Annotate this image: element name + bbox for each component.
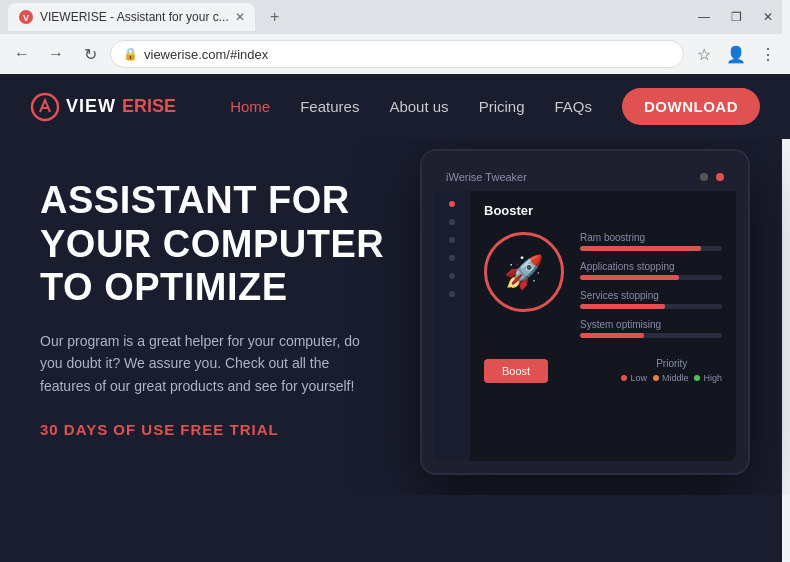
app-close-dot — [716, 173, 724, 181]
legend-dot-low — [621, 375, 627, 381]
progress-label-2: Applications stopping — [580, 261, 722, 272]
new-tab-button[interactable]: + — [261, 3, 289, 31]
app-sidebar — [434, 191, 470, 461]
app-minimize-dot — [700, 173, 708, 181]
progress-bar-bg-3 — [580, 304, 722, 309]
progress-label-3: Services stopping — [580, 290, 722, 301]
app-body: Booster 🚀 Ram boostring — [434, 191, 736, 461]
hero-title: ASSISTANT FOR YOUR COMPUTER TO OPTIMIZE — [40, 179, 400, 310]
legend-label-high: High — [703, 373, 722, 383]
nav-pricing[interactable]: Pricing — [479, 98, 525, 115]
browser-tab[interactable]: V VIEWERISE - Assistant for your c... ✕ — [8, 3, 255, 31]
site-navigation: VIEWERISE Home Features About us Pricing… — [0, 74, 790, 139]
download-button[interactable]: DOWNLOAD — [622, 88, 760, 125]
sidebar-dot-6 — [449, 291, 455, 297]
url-text: viewerise.com/#index — [144, 47, 268, 62]
window-controls: — ❐ ✕ — [690, 7, 782, 27]
website-content: VIEWERISE Home Features About us Pricing… — [0, 74, 790, 562]
sidebar-dot-3 — [449, 237, 455, 243]
app-titlebar: iWerise Tweaker — [434, 163, 736, 191]
toolbar-actions: ☆ 👤 ⋮ — [690, 40, 782, 68]
progress-label-4: System optimising — [580, 319, 722, 330]
logo-icon — [30, 92, 60, 122]
logo-erise: ERISE — [122, 96, 176, 117]
app-section-heading: Booster — [484, 203, 722, 218]
progress-bar-fill-3 — [580, 304, 665, 309]
progress-item-2: Applications stopping — [580, 261, 722, 280]
close-button[interactable]: ✕ — [754, 7, 782, 27]
legend-dot-mid — [653, 375, 659, 381]
hero-section: G ASSISTANT FOR YOUR COMPUTER TO OPTIMIZ… — [0, 139, 790, 495]
sidebar-dot-2 — [449, 219, 455, 225]
nav-links: Home Features About us Pricing FAQs DOWN… — [230, 88, 760, 125]
browser-toolbar: ← → ↻ 🔒 viewerise.com/#index ☆ 👤 ⋮ — [0, 34, 790, 74]
app-main-area: Booster 🚀 Ram boostring — [470, 191, 736, 461]
nav-about[interactable]: About us — [389, 98, 448, 115]
legend-dot-high — [694, 375, 700, 381]
sidebar-dot-4 — [449, 255, 455, 261]
legend-high: High — [694, 373, 722, 383]
progress-bar-bg-2 — [580, 275, 722, 280]
progress-bar-bg-1 — [580, 246, 722, 251]
legend-label-low: Low — [630, 373, 647, 383]
bookmark-icon[interactable]: ☆ — [690, 40, 718, 68]
progress-bar-fill-4 — [580, 333, 644, 338]
browser-title-bar: V VIEWERISE - Assistant for your c... ✕ … — [0, 0, 790, 34]
progress-item-3: Services stopping — [580, 290, 722, 309]
favicon-icon: V — [18, 9, 34, 25]
lock-icon: 🔒 — [123, 47, 138, 61]
app-center-content: 🚀 Ram boostring — [484, 232, 722, 338]
svg-text:V: V — [23, 13, 29, 23]
hero-trial: 30 DAYS OF USE FREE TRIAL — [40, 421, 400, 438]
tab-title: VIEWERISE - Assistant for your c... — [40, 10, 229, 24]
account-icon[interactable]: 👤 — [722, 40, 750, 68]
nav-features[interactable]: Features — [300, 98, 359, 115]
legend-mid: Middle — [653, 373, 689, 383]
hero-content: ASSISTANT FOR YOUR COMPUTER TO OPTIMIZE … — [40, 169, 400, 438]
progress-label-1: Ram boostring — [580, 232, 722, 243]
site-logo[interactable]: VIEWERISE — [30, 92, 176, 122]
boost-area: Boost Priority Low — [484, 358, 722, 383]
menu-icon[interactable]: ⋮ — [754, 40, 782, 68]
sidebar-dot-5 — [449, 273, 455, 279]
forward-button[interactable]: → — [42, 40, 70, 68]
progress-item-4: System optimising — [580, 319, 722, 338]
restore-button[interactable]: ❐ — [722, 7, 750, 27]
boost-button[interactable]: Boost — [484, 359, 548, 383]
tablet-screen: iWerise Tweaker — [434, 163, 736, 461]
rocket-icon: 🚀 — [504, 253, 544, 291]
legend-low: Low — [621, 373, 647, 383]
progress-bar-bg-4 — [580, 333, 722, 338]
legend-items: Low Middle High — [621, 373, 722, 383]
sidebar-dot-1 — [449, 201, 455, 207]
address-bar[interactable]: 🔒 viewerise.com/#index — [110, 40, 684, 68]
logo-view: VIEW — [66, 96, 116, 117]
progress-bar-fill-1 — [580, 246, 701, 251]
nav-home[interactable]: Home — [230, 98, 270, 115]
priority-legend-container: Priority Low Middle — [621, 358, 722, 383]
app-title: iWerise Tweaker — [446, 171, 527, 183]
legend-label-mid: Middle — [662, 373, 689, 383]
back-button[interactable]: ← — [8, 40, 36, 68]
priority-title: Priority — [621, 358, 722, 369]
nav-faqs[interactable]: FAQs — [554, 98, 592, 115]
minimize-button[interactable]: — — [690, 7, 718, 27]
refresh-button[interactable]: ↻ — [76, 40, 104, 68]
tab-close-button[interactable]: ✕ — [235, 10, 245, 24]
app-window-controls — [700, 173, 724, 181]
progress-list: Ram boostring Applications stopping — [580, 232, 722, 338]
progress-bar-fill-2 — [580, 275, 679, 280]
tablet-device: iWerise Tweaker — [420, 149, 750, 475]
hero-description: Our program is a great helper for your c… — [40, 330, 360, 397]
progress-item-1: Ram boostring — [580, 232, 722, 251]
rocket-circle: 🚀 — [484, 232, 564, 312]
app-mockup: iWerise Tweaker — [420, 149, 750, 475]
